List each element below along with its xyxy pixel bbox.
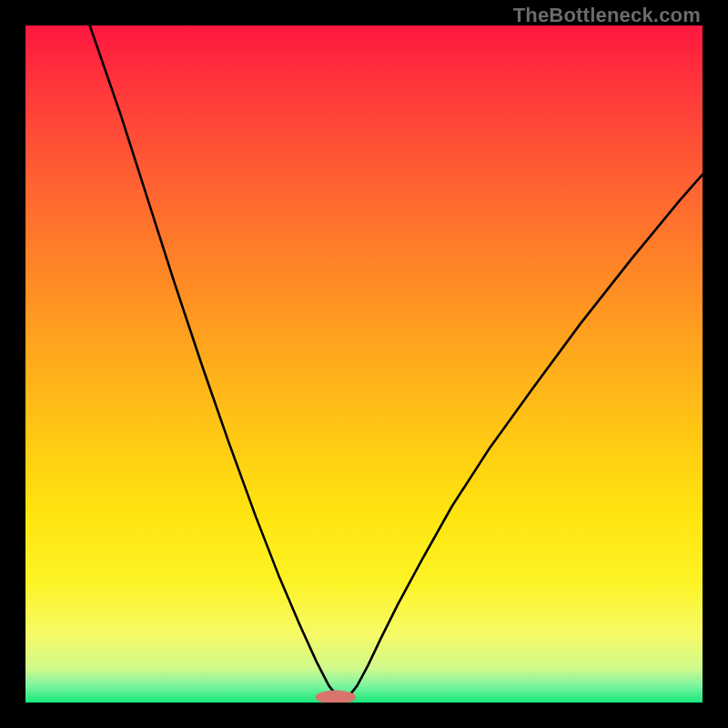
- bottleneck-chart: [25, 25, 703, 703]
- gradient-background: [25, 25, 703, 703]
- chart-frame: [25, 25, 703, 703]
- watermark-text: TheBottleneck.com: [513, 4, 701, 27]
